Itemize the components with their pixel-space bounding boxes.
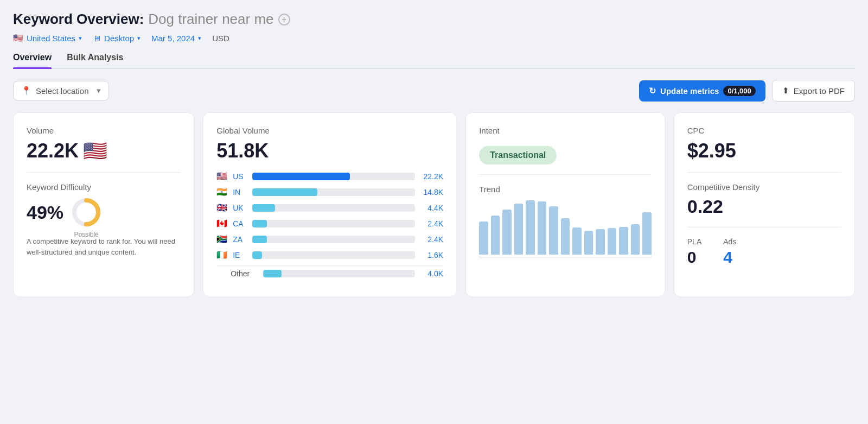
bar-track <box>252 173 415 180</box>
country-label: United States <box>27 34 75 43</box>
date-chevron-icon: ▾ <box>198 35 201 42</box>
country-chevron-icon: ▾ <box>79 35 82 42</box>
country-filter[interactable]: 🇺🇸 United States ▾ <box>13 33 82 43</box>
flag-icon: 🇺🇸 <box>13 33 23 43</box>
trend-axis <box>479 257 652 257</box>
other-bar-track <box>263 270 415 277</box>
bar-track <box>252 188 415 196</box>
country-bar-row: 🇺🇸 US 22.2K <box>216 171 443 181</box>
tab-bulk-analysis[interactable]: Bulk Analysis <box>67 53 123 68</box>
country-flag: 🇬🇧 <box>216 202 227 213</box>
bar-fill <box>252 188 317 196</box>
bar-value: 14.8K <box>420 188 443 197</box>
ads-item: Ads 4 <box>723 237 736 267</box>
country-flag: 🇨🇦 <box>216 218 227 229</box>
bar-fill <box>252 236 267 243</box>
tabs-bar: Overview Bulk Analysis <box>13 53 855 69</box>
country-code[interactable]: ZA <box>233 235 247 244</box>
add-keyword-icon[interactable]: + <box>278 14 290 26</box>
device-chevron-icon: ▾ <box>137 35 141 42</box>
country-bar-row: 🇨🇦 CA 2.4K <box>216 218 443 229</box>
country-flag: 🇮🇪 <box>216 250 227 260</box>
country-bar-row: 🇮🇳 IN 14.8K <box>216 187 443 197</box>
bar-fill <box>252 204 275 212</box>
donut-chart: Possible <box>70 196 103 229</box>
date-label: Mar 5, 2024 <box>151 34 195 43</box>
trend-bar-item <box>608 228 617 255</box>
difficulty-donut: 49% Possible <box>27 196 181 229</box>
location-pin-icon: 📍 <box>21 86 31 96</box>
date-filter[interactable]: Mar 5, 2024 ▾ <box>151 34 201 43</box>
intent-label: Intent <box>479 126 652 135</box>
bar-fill <box>252 173 350 180</box>
bar-value: 2.4K <box>420 235 443 244</box>
trend-bar-item <box>572 227 582 255</box>
bar-fill <box>252 251 262 259</box>
country-bar-rows: 🇺🇸 US 22.2K 🇮🇳 IN 14.8K 🇬🇧 UK 4.4K 🇨🇦 CA <box>216 171 443 278</box>
ads-label: Ads <box>723 237 736 246</box>
difficulty-description: A competitive keyword to rank for. You w… <box>27 236 181 257</box>
location-select[interactable]: 📍 Select location ▾ <box>13 81 109 100</box>
bar-value: 4.4K <box>420 204 443 212</box>
country-code[interactable]: CA <box>233 219 247 228</box>
header-title: Keyword Overview: Dog trainer near me + <box>13 11 855 28</box>
bar-track <box>252 204 415 212</box>
device-label: Desktop <box>104 34 134 43</box>
export-btn-label: Export to PDF <box>794 86 845 96</box>
update-metrics-button[interactable]: ↻ Update metrics 0/1,000 <box>639 80 765 102</box>
trend-bar-item <box>584 231 593 255</box>
pla-ads-row: PLA 0 Ads 4 <box>687 237 841 267</box>
bar-track <box>252 236 415 243</box>
trend-bar-item <box>642 212 652 255</box>
global-volume-card: Global Volume 51.8K 🇺🇸 US 22.2K 🇮🇳 IN 14… <box>203 112 457 297</box>
toolbar-right: ↻ Update metrics 0/1,000 ⬆ Export to PDF <box>639 80 855 102</box>
trend-bar-item <box>491 216 500 255</box>
trend-bars <box>479 200 652 255</box>
header-filters: 🇺🇸 United States ▾ 🖥 Desktop ▾ Mar 5, 20… <box>13 33 855 43</box>
trend-label: Trend <box>479 185 652 194</box>
update-counter-badge: 0/1,000 <box>723 86 755 96</box>
volume-label: Volume <box>27 126 181 135</box>
location-placeholder: Select location <box>36 86 89 96</box>
device-icon: 🖥 <box>93 34 101 43</box>
toolbar: 📍 Select location ▾ ↻ Update metrics 0/1… <box>13 80 855 102</box>
location-chevron-icon: ▾ <box>97 86 101 96</box>
country-code[interactable]: UK <box>233 204 247 212</box>
intent-badge: Transactional <box>479 140 652 164</box>
export-icon: ⬆ <box>782 86 789 96</box>
us-flag-volume: 🇺🇸 <box>83 140 107 162</box>
other-bar-fill <box>263 270 282 277</box>
trend-bar-item <box>596 229 605 255</box>
cpc-value: $2.95 <box>687 140 841 162</box>
export-pdf-button[interactable]: ⬆ Export to PDF <box>772 80 855 102</box>
trend-chart <box>479 200 652 257</box>
bar-value: 22.2K <box>420 172 443 181</box>
keyword-text: Dog trainer near me <box>148 11 273 28</box>
competitive-density-label: Competitive Density <box>687 182 841 192</box>
keyword-difficulty-section: Keyword Difficulty 49% Possible A compet… <box>27 182 181 257</box>
bar-fill <box>252 220 267 227</box>
tab-overview[interactable]: Overview <box>13 53 52 68</box>
bar-value: 1.6K <box>420 251 443 260</box>
country-code[interactable]: US <box>233 172 247 181</box>
country-flag: 🇺🇸 <box>216 171 227 181</box>
pla-label: PLA <box>687 237 701 246</box>
trend-bar-item <box>619 227 628 255</box>
cpc-label: CPC <box>687 126 841 135</box>
bar-track <box>252 251 415 259</box>
global-volume-label: Global Volume <box>216 126 443 135</box>
cards-grid: Volume 22.2K 🇺🇸 Keyword Difficulty 49% P… <box>13 112 855 297</box>
country-code[interactable]: IE <box>233 251 247 260</box>
currency-label: USD <box>212 34 229 43</box>
trend-bar-item <box>538 201 547 255</box>
title-static: Keyword Overview: <box>13 11 144 28</box>
other-label: Other <box>231 269 258 278</box>
trend-bar-item <box>479 222 488 255</box>
cpc-card: CPC $2.95 Competitive Density 0.22 PLA 0… <box>674 112 855 297</box>
country-code[interactable]: IN <box>233 188 247 197</box>
update-btn-label: Update metrics <box>660 86 719 96</box>
trend-bar-item <box>631 224 640 255</box>
trend-bar-item <box>561 218 570 255</box>
other-bar-value: 4.0K <box>420 269 443 278</box>
device-filter[interactable]: 🖥 Desktop ▾ <box>93 34 141 43</box>
